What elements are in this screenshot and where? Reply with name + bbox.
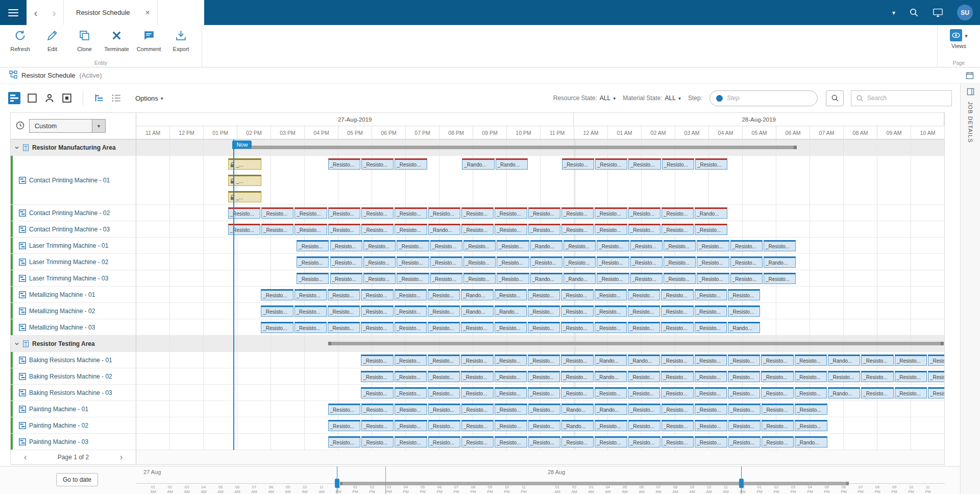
operation-bar[interactable]: _Resisto... <box>495 322 527 333</box>
operation-bar[interactable]: _Resisto... <box>261 289 293 300</box>
operation-bar[interactable]: _Resisto... <box>428 289 460 300</box>
locked-operation-bar[interactable]: _... <box>228 191 261 202</box>
operation-bar[interactable]: _Resisto... <box>395 207 427 219</box>
refresh-button[interactable]: Refresh <box>4 29 36 52</box>
operation-bar[interactable]: _Rando... <box>495 305 527 317</box>
operation-bar[interactable]: _Resisto... <box>395 224 427 235</box>
operation-bar[interactable]: _Resisto... <box>628 404 660 415</box>
operation-bar[interactable]: _Resisto... <box>628 322 660 333</box>
operation-bar[interactable]: _Resisto... <box>595 158 627 170</box>
operation-bar[interactable]: _Resisto... <box>795 420 827 431</box>
operation-bar[interactable]: _Resisto... <box>728 404 761 415</box>
operation-bar[interactable]: _Resisto... <box>463 273 496 284</box>
operation-bar[interactable]: _Resisto... <box>730 273 763 284</box>
operation-bar[interactable]: _Resisto... <box>928 371 944 382</box>
operation-bar[interactable]: _Rando... <box>564 273 596 284</box>
machine-label-cell[interactable]: Laser Trimming Machine - 03 <box>11 270 136 286</box>
operation-bar[interactable]: _Resisto... <box>695 305 727 317</box>
operation-bar[interactable]: _Resisto... <box>628 420 660 431</box>
operation-bar[interactable]: _Resisto... <box>361 404 394 415</box>
operation-bar[interactable]: _Resisto... <box>595 420 627 431</box>
operation-bar[interactable]: _Resisto... <box>395 322 427 333</box>
operation-bar[interactable]: _Resisto... <box>295 207 327 219</box>
operation-bar[interactable]: _Resisto... <box>495 224 527 235</box>
operation-bar[interactable]: _Resisto... <box>661 305 693 317</box>
operation-bar[interactable]: _Resisto... <box>328 207 360 219</box>
operation-bar[interactable]: _Resisto... <box>528 436 560 448</box>
operation-bar[interactable]: _Resisto... <box>595 387 627 398</box>
operation-bar[interactable]: _Resisto... <box>497 256 529 268</box>
operation-bar[interactable]: _Resisto... <box>361 207 394 219</box>
operation-bar[interactable]: _Rando... <box>530 273 562 284</box>
operation-bar[interactable]: _Resisto... <box>495 420 527 431</box>
operation-bar[interactable]: _Rando... <box>530 240 562 251</box>
operation-bar[interactable]: _Resisto... <box>761 355 793 366</box>
chevron-down-icon[interactable]: ▾ <box>965 33 968 39</box>
operation-bar[interactable]: _Rando... <box>461 289 493 300</box>
step-filter-input[interactable] <box>709 90 818 106</box>
operation-bar[interactable]: _Resisto... <box>795 355 827 366</box>
operation-bar[interactable]: _Resisto... <box>328 436 360 448</box>
next-page-button[interactable]: › <box>120 453 122 462</box>
operation-bar[interactable]: _Rando... <box>595 404 627 415</box>
operation-bar[interactable]: _Resisto... <box>428 404 460 415</box>
group-label-cell[interactable]: Resistor Manufacturing Area <box>11 139 136 155</box>
operation-bar[interactable]: _Resisto... <box>562 158 594 170</box>
machine-label-cell[interactable]: Painting Machine - 01 <box>11 401 136 417</box>
locked-operation-bar[interactable]: _... <box>228 158 261 170</box>
operation-bar[interactable]: _Resisto... <box>295 322 327 333</box>
operation-bar[interactable]: _Resisto... <box>561 207 594 219</box>
machine-label-cell[interactable]: Painting Machine - 03 <box>11 434 136 450</box>
operation-bar[interactable]: _Rando... <box>561 404 594 415</box>
machine-label-cell[interactable]: Contact Printing Machine - 02 <box>11 205 136 221</box>
operation-bar[interactable]: _Resisto... <box>795 404 827 415</box>
operation-bar[interactable]: _Resisto... <box>461 387 493 398</box>
operation-bar[interactable]: _Resisto... <box>363 256 396 268</box>
block-view-button[interactable] <box>27 92 38 104</box>
now-badge[interactable]: Now <box>232 140 252 149</box>
machine-label-cell[interactable]: Contact Printing Machine - 01 <box>11 156 136 204</box>
operation-bar[interactable]: _Resisto... <box>228 224 260 235</box>
operation-bar[interactable]: _Resisto... <box>561 436 594 448</box>
operation-bar[interactable]: _Resisto... <box>428 436 460 448</box>
operation-bar[interactable]: _Resisto... <box>528 224 560 235</box>
operation-bar[interactable]: _Resisto... <box>661 387 693 398</box>
operation-bar[interactable]: _Resisto... <box>595 289 627 300</box>
operation-bar[interactable]: _Resisto... <box>461 355 493 366</box>
operation-bar[interactable]: _Resisto... <box>495 289 527 300</box>
nested-view-button[interactable] <box>61 92 72 104</box>
operation-bar[interactable]: _Resisto... <box>695 224 727 235</box>
operation-bar[interactable]: _Resisto... <box>662 436 694 448</box>
operation-bar[interactable]: _Resisto... <box>561 289 593 300</box>
operation-bar[interactable]: _Resisto... <box>764 240 796 251</box>
operation-bar[interactable]: _Rando... <box>628 355 660 366</box>
operation-bar[interactable]: _Resisto... <box>662 224 694 235</box>
operation-bar[interactable]: _Resisto... <box>628 371 660 382</box>
operation-bar[interactable]: _Resisto... <box>395 158 427 170</box>
operation-bar[interactable]: _Resisto... <box>430 273 462 284</box>
operation-bar[interactable]: _Resisto... <box>662 420 694 431</box>
operation-bar[interactable]: _Resisto... <box>861 355 893 366</box>
search-input[interactable] <box>867 95 947 102</box>
operation-bar[interactable]: _Resisto... <box>761 387 793 398</box>
operation-bar[interactable]: _Resisto... <box>728 387 760 398</box>
operation-bar[interactable]: _Resisto... <box>697 240 729 251</box>
operation-bar[interactable]: _Resisto... <box>361 387 393 398</box>
operation-bar[interactable]: _Resisto... <box>328 420 360 431</box>
search-icon[interactable] <box>909 8 919 17</box>
operation-bar[interactable]: _Resisto... <box>695 158 727 170</box>
operation-bar[interactable]: _Resisto... <box>928 355 944 366</box>
step-search-button[interactable] <box>826 90 844 106</box>
operation-bar[interactable]: _Resisto... <box>861 387 893 398</box>
operation-bar[interactable]: _Resisto... <box>297 256 329 268</box>
display-icon[interactable] <box>933 8 943 17</box>
operation-bar[interactable]: _Resisto... <box>597 256 629 268</box>
operation-bar[interactable]: _Resisto... <box>861 371 893 382</box>
operation-bar[interactable]: _Resisto... <box>561 371 593 382</box>
operation-bar[interactable]: _Resisto... <box>395 387 427 398</box>
machine-label-cell[interactable]: Metallizing Machine - 02 <box>11 303 136 319</box>
operation-bar[interactable]: _Resisto... <box>361 158 394 170</box>
operation-bar[interactable]: _Resisto... <box>330 256 362 268</box>
machine-label-cell[interactable]: Baking Resistors Machine - 02 <box>11 368 136 384</box>
time-range-select[interactable]: Custom ▾ <box>29 119 106 133</box>
